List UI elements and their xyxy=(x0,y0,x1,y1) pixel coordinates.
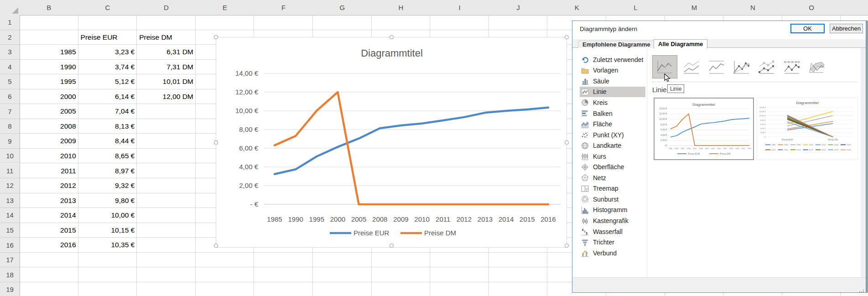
select-all-corner[interactable] xyxy=(0,0,20,16)
chart-type-surface[interactable]: Oberfläche xyxy=(580,162,645,173)
chart-type-treemap[interactable]: Treemap xyxy=(580,183,645,194)
row-header-5[interactable]: 5 xyxy=(0,74,20,89)
col-header-G[interactable]: G xyxy=(313,0,372,16)
row-header-2[interactable]: 2 xyxy=(0,30,20,45)
cell-B11[interactable]: 2011 xyxy=(20,164,78,179)
row-header-12[interactable]: 12 xyxy=(0,178,20,193)
selection-handle[interactable] xyxy=(214,35,218,39)
cell-C14[interactable]: 10,00 € xyxy=(78,208,137,223)
cell-D4[interactable]: 7,31 DM xyxy=(137,60,196,75)
col-header-D[interactable]: D xyxy=(137,0,196,16)
row-header-13[interactable]: 13 xyxy=(0,193,20,208)
chart-type-boxwhisker[interactable]: Kastengrafik xyxy=(580,215,645,226)
selection-handle[interactable] xyxy=(565,244,569,248)
row-header-17[interactable]: 17 xyxy=(0,253,20,268)
row-header-14[interactable]: 14 xyxy=(0,208,20,223)
cell-B13[interactable]: 2013 xyxy=(20,193,78,208)
chart-type-stock[interactable]: Kurs xyxy=(580,151,645,162)
chart-type-line[interactable]: Linie xyxy=(580,87,645,98)
col-header-F[interactable]: F xyxy=(254,0,313,16)
chart-type-funnel[interactable]: Trichter xyxy=(580,237,645,248)
subtype-line-stacked-icon[interactable] xyxy=(681,58,702,77)
cell-D2[interactable]: Preise DM xyxy=(137,30,196,45)
subtype-line-3d-icon[interactable] xyxy=(806,58,827,77)
chart-type-area[interactable]: Fläche xyxy=(580,119,645,130)
subtype-line-100-stacked-markers-icon[interactable] xyxy=(781,58,802,77)
col-header-I[interactable]: I xyxy=(430,0,489,16)
subtype-line-stacked-markers-icon[interactable] xyxy=(756,58,777,77)
col-header-C[interactable]: C xyxy=(78,0,138,16)
chart-type-recent[interactable]: Zuletzt verwendet xyxy=(580,54,645,65)
col-header-B[interactable]: B xyxy=(20,0,79,16)
cell-B9[interactable]: 2009 xyxy=(20,134,78,149)
cell-C9[interactable]: 8,44 € xyxy=(78,134,137,149)
cell-C15[interactable]: 10,15 € xyxy=(78,223,137,238)
cell-B4[interactable]: 1990 xyxy=(20,60,78,75)
row-header-3[interactable]: 3 xyxy=(0,45,20,60)
selection-handle[interactable] xyxy=(390,35,394,39)
row-header-10[interactable]: 10 xyxy=(0,149,20,164)
cell-C13[interactable]: 9,80 € xyxy=(78,193,137,208)
col-header-M[interactable]: M xyxy=(665,0,724,16)
cell-C11[interactable]: 8,97 € xyxy=(78,164,137,179)
selection-handle[interactable] xyxy=(214,244,218,248)
cell-C7[interactable]: 7,04 € xyxy=(78,104,137,119)
col-header-L[interactable]: L xyxy=(606,0,665,16)
cell-C10[interactable]: 8,65 € xyxy=(78,149,137,164)
row-header-6[interactable]: 6 xyxy=(0,89,20,104)
chart-type-column[interactable]: Säule xyxy=(580,76,645,87)
selection-handle[interactable] xyxy=(565,35,569,39)
cell-B10[interactable]: 2010 xyxy=(20,149,78,164)
cell-C12[interactable]: 9,32 € xyxy=(78,178,137,193)
resize-grip-icon[interactable] xyxy=(859,288,864,291)
tab-alle-diagramme[interactable]: Alle Diagramme xyxy=(654,39,707,49)
row-header-19[interactable]: 19 xyxy=(0,282,20,296)
tab-empfohlene-diagramme[interactable]: Empfohlene Diagramme xyxy=(578,41,655,48)
cell-D5[interactable]: 10,01 DM xyxy=(137,74,196,89)
selection-handle[interactable] xyxy=(565,140,569,145)
col-header-H[interactable]: H xyxy=(372,0,431,16)
row-header-16[interactable]: 16 xyxy=(0,238,20,253)
cell-C8[interactable]: 8,13 € xyxy=(78,119,137,134)
cell-D3[interactable]: 6,31 DM xyxy=(137,45,196,60)
col-header-P[interactable]: P xyxy=(841,0,868,16)
cancel-button[interactable]: Abbrechen xyxy=(830,24,863,33)
cell-C2[interactable]: Preise EUR xyxy=(78,30,137,45)
row-header-11[interactable]: 11 xyxy=(0,164,20,179)
cell-B8[interactable]: 2008 xyxy=(20,119,78,134)
cell-B12[interactable]: 2012 xyxy=(20,178,78,193)
chart-type-map[interactable]: Landkarte xyxy=(580,140,645,151)
row-header-18[interactable]: 18 xyxy=(0,267,20,282)
row-header-1[interactable]: 1 xyxy=(0,15,20,30)
selection-handle[interactable] xyxy=(214,140,218,145)
chart-preview-selected[interactable]: Diagrammtitel14,00 €12,00 €10,00 €8,00 €… xyxy=(654,98,754,160)
subtype-line-100-stacked-icon[interactable] xyxy=(706,58,727,77)
row-header-4[interactable]: 4 xyxy=(0,60,20,75)
cell-B15[interactable]: 2015 xyxy=(20,223,78,238)
col-header-O[interactable]: O xyxy=(782,0,842,16)
chart-type-histogram[interactable]: Histogramm xyxy=(580,205,645,216)
cell-C16[interactable]: 10,35 € xyxy=(78,238,137,253)
chart-type-bar[interactable]: Balken xyxy=(580,108,645,119)
cell-B3[interactable]: 1985 xyxy=(20,45,78,60)
chart-type-radar[interactable]: Netz xyxy=(580,172,645,183)
cell-B5[interactable]: 1995 xyxy=(20,74,78,89)
cell-B14[interactable]: 2014 xyxy=(20,208,78,223)
col-header-J[interactable]: J xyxy=(489,0,548,16)
col-header-N[interactable]: N xyxy=(723,0,783,16)
selection-handle[interactable] xyxy=(390,244,394,248)
cell-C5[interactable]: 5,12 € xyxy=(78,74,137,89)
cell-B6[interactable]: 2000 xyxy=(20,89,78,104)
cell-C3[interactable]: 3,23 € xyxy=(78,45,137,60)
cell-D6[interactable]: 12,00 DM xyxy=(137,89,196,104)
chart-type-waterfall[interactable]: Wasserfall xyxy=(580,226,645,237)
row-header-7[interactable]: 7 xyxy=(0,104,20,119)
chart-preview-switched[interactable]: Diagrammtitel14,00 €12,00 €10,00 €8,00 €… xyxy=(757,98,858,160)
col-header-E[interactable]: E xyxy=(196,0,255,16)
chart-type-combo[interactable]: Verbund xyxy=(580,248,645,259)
cell-B7[interactable]: 2005 xyxy=(20,104,78,119)
ok-button[interactable]: OK xyxy=(790,24,825,33)
chart-type-scatter[interactable]: Punkt (XY) xyxy=(580,130,645,140)
cell-C6[interactable]: 6,14 € xyxy=(78,89,137,104)
row-header-9[interactable]: 9 xyxy=(0,134,20,149)
